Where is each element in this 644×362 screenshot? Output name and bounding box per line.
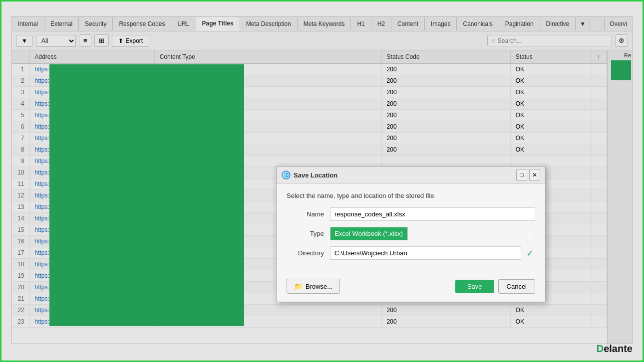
directory-row: Directory ✓ [287, 246, 535, 260]
dialog-controls: □ ✕ [516, 170, 540, 181]
browse-label: Browse... [306, 283, 332, 290]
directory-input[interactable] [330, 246, 521, 260]
app-frame: Internal External Security Response Code… [1, 1, 643, 361]
directory-confirm-icon[interactable]: ✓ [524, 248, 535, 259]
type-row: Type Excel Workbook (*.xlsx) CSV (*.csv)… [287, 227, 535, 240]
dialog-title: 🌐 Save Location [282, 171, 337, 180]
type-select-wrapper: Excel Workbook (*.xlsx) CSV (*.csv) TSV … [330, 227, 535, 240]
dialog-footer: 📁 Browse... Save Cancel [277, 274, 545, 302]
dialog-description: Select the name, type and location of th… [287, 192, 535, 199]
save-location-dialog: 🌐 Save Location □ ✕ Select the name, typ… [276, 166, 546, 302]
type-label: Type [287, 230, 324, 237]
type-select[interactable]: Excel Workbook (*.xlsx) CSV (*.csv) TSV … [330, 227, 408, 240]
directory-input-row: ✓ [330, 246, 535, 260]
folder-icon: 📁 [294, 282, 303, 290]
dialog-maximize-button[interactable]: □ [516, 170, 527, 181]
dialog-close-button[interactable]: ✕ [529, 170, 540, 181]
dialog-title-text: Save Location [294, 172, 337, 179]
dialog-titlebar: 🌐 Save Location □ ✕ [277, 167, 545, 184]
name-label: Name [287, 210, 324, 218]
save-button[interactable]: Save [455, 280, 494, 293]
name-row: Name [287, 207, 535, 221]
cancel-button[interactable]: Cancel [498, 279, 535, 294]
browse-button[interactable]: 📁 Browse... [287, 279, 340, 294]
directory-label: Directory [287, 249, 324, 257]
name-input[interactable] [330, 207, 535, 221]
dialog-body: Select the name, type and location of th… [277, 184, 545, 274]
dialog-globe-icon: 🌐 [282, 171, 291, 180]
